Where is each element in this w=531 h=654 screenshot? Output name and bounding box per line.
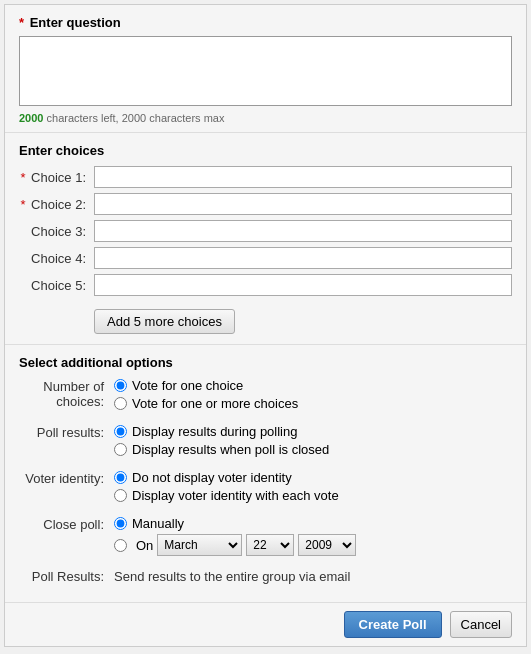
show-identity-row: Display voter identity with each vote (114, 488, 512, 503)
choice-4-label-text: Choice 4: (31, 251, 86, 266)
poll-dialog: * Enter question 2000 characters left, 2… (4, 4, 527, 647)
choice-label-4: Choice 4: (19, 251, 94, 266)
manually-radio[interactable] (114, 517, 127, 530)
required-star: * (19, 15, 24, 30)
display-during-label: Display results during polling (132, 424, 297, 439)
char-count-suffix: characters left, 2000 characters max (43, 112, 224, 124)
vote-one-or-more-label: Vote for one or more choices (132, 396, 298, 411)
choice-row-5: Choice 5: (19, 274, 512, 296)
cancel-button[interactable]: Cancel (450, 611, 512, 638)
display-when-closed-row: Display results when poll is closed (114, 442, 512, 457)
choice-5-label-text: Choice 5: (31, 278, 86, 293)
display-during-radio[interactable] (114, 425, 127, 438)
choice-5-input[interactable] (94, 274, 512, 296)
vote-one-choice-radio[interactable] (114, 379, 127, 392)
display-during-row: Display results during polling (114, 424, 512, 439)
required-star-2: * (20, 197, 25, 212)
close-poll-row: Close poll: Manually On January February… (19, 516, 512, 559)
char-count-number: 2000 (19, 112, 43, 124)
choice-1-input[interactable] (94, 166, 512, 188)
close-poll-label: Close poll: (19, 516, 114, 532)
number-of-choices-row: Number ofchoices: Vote for one choice Vo… (19, 378, 512, 414)
choice-3-label-text: Choice 3: (31, 224, 86, 239)
month-select[interactable]: January February March April May June Ju… (157, 534, 242, 556)
poll-results-options: Display results during polling Display r… (114, 424, 512, 460)
vote-one-or-more-radio[interactable] (114, 397, 127, 410)
choice-label-2: * Choice 2: (19, 197, 94, 212)
close-poll-options: Manually On January February March April… (114, 516, 512, 559)
question-title-text: Enter question (30, 15, 121, 30)
vote-one-choice-row: Vote for one choice (114, 378, 512, 393)
show-identity-radio[interactable] (114, 489, 127, 502)
choices-section-title: Enter choices (19, 143, 512, 158)
choice-2-input[interactable] (94, 193, 512, 215)
question-section: * Enter question 2000 characters left, 2… (5, 5, 526, 133)
choice-1-label-text: Choice 1: (31, 170, 86, 185)
poll-results-label: Poll results: (19, 424, 114, 440)
voter-identity-options: Do not display voter identity Display vo… (114, 470, 512, 506)
voter-identity-label: Voter identity: (19, 470, 114, 486)
choice-row-2: * Choice 2: (19, 193, 512, 215)
number-of-choices-label: Number ofchoices: (19, 378, 114, 409)
question-textarea[interactable] (19, 36, 512, 106)
display-when-closed-radio[interactable] (114, 443, 127, 456)
question-title: * Enter question (19, 15, 512, 30)
no-identity-label: Do not display voter identity (132, 470, 292, 485)
required-star-1: * (20, 170, 25, 185)
choice-label-1: * Choice 1: (19, 170, 94, 185)
voter-identity-row: Voter identity: Do not display voter ide… (19, 470, 512, 506)
choice-2-label-text: Choice 2: (31, 197, 86, 212)
poll-results-bottom-text: Send results to the entire group via ema… (114, 569, 350, 584)
footer: Create Poll Cancel (5, 603, 526, 646)
poll-results-bottom-label: Poll Results: (19, 569, 114, 584)
day-select[interactable]: 22 (246, 534, 294, 556)
choice-row-4: Choice 4: (19, 247, 512, 269)
show-identity-label: Display voter identity with each vote (132, 488, 339, 503)
choice-label-5: Choice 5: (19, 278, 94, 293)
choice-4-input[interactable] (94, 247, 512, 269)
year-select[interactable]: 2009 (298, 534, 356, 556)
choice-row-3: Choice 3: (19, 220, 512, 242)
add-choices-button[interactable]: Add 5 more choices (94, 309, 235, 334)
choice-row-1: * Choice 1: (19, 166, 512, 188)
choices-section: Enter choices * Choice 1: * Choice 2: Ch… (5, 133, 526, 345)
on-date-row: On January February March April May June… (114, 534, 512, 556)
create-poll-button[interactable]: Create Poll (344, 611, 442, 638)
on-label: On (136, 538, 153, 553)
no-identity-radio[interactable] (114, 471, 127, 484)
choice-3-input[interactable] (94, 220, 512, 242)
no-identity-row: Do not display voter identity (114, 470, 512, 485)
choice-label-3: Choice 3: (19, 224, 94, 239)
options-section-title: Select additional options (19, 355, 512, 370)
poll-results-row: Poll results: Display results during pol… (19, 424, 512, 460)
manually-row: Manually (114, 516, 512, 531)
char-count: 2000 characters left, 2000 characters ma… (19, 112, 512, 124)
vote-one-choice-label: Vote for one choice (132, 378, 243, 393)
poll-results-bottom-row: Poll Results: Send results to the entire… (19, 569, 512, 584)
vote-one-or-more-row: Vote for one or more choices (114, 396, 512, 411)
display-when-closed-label: Display results when poll is closed (132, 442, 329, 457)
options-section: Select additional options Number ofchoic… (5, 345, 526, 603)
number-of-choices-options: Vote for one choice Vote for one or more… (114, 378, 512, 414)
manually-label: Manually (132, 516, 184, 531)
on-date-radio[interactable] (114, 539, 127, 552)
